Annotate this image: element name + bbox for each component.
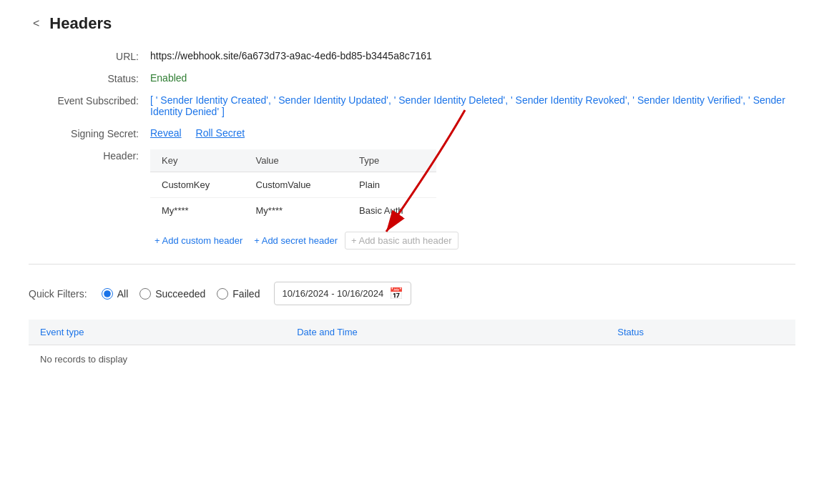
signing-links: Reveal Roll Secret <box>150 127 245 139</box>
status-label: Status: <box>36 72 150 84</box>
header-table-header-row: Key Value Type <box>150 149 436 172</box>
filter-succeeded[interactable]: Succeeded <box>139 288 205 300</box>
signing-label: Signing Secret: <box>36 127 150 139</box>
header-table: Key Value Type CustomKeyCustomValuePlain… <box>150 149 436 223</box>
status-row: Status: Enabled <box>36 72 795 84</box>
add-basic-auth-header-link: + Add basic auth header <box>345 232 458 249</box>
url-label: URL: <box>36 50 150 62</box>
results-header-row: Event type Date and Time Status <box>29 320 795 345</box>
events-label: Event Subscribed: <box>36 94 150 107</box>
header-row: Header: Key Value Type CustomKeyCustomVa… <box>36 149 795 249</box>
add-custom-header-link[interactable]: + Add custom header <box>150 232 247 249</box>
status-value: Enabled <box>150 72 795 84</box>
col-key: Key <box>150 149 245 172</box>
filters-section: Quick Filters: All Succeeded Failed 10/1… <box>29 279 795 305</box>
no-records-row: No records to display <box>29 345 795 374</box>
radio-group: All Succeeded Failed <box>102 288 260 300</box>
header-table-row: My****My****Basic Auth <box>150 198 436 224</box>
reveal-link[interactable]: Reveal <box>150 127 182 139</box>
filter-all-label: All <box>117 288 129 300</box>
roll-secret-link[interactable]: Roll Secret <box>196 127 245 139</box>
signing-row: Signing Secret: Reveal Roll Secret <box>36 127 795 139</box>
header-content: Key Value Type CustomKeyCustomValuePlain… <box>150 149 458 249</box>
no-records-cell: No records to display <box>29 345 795 374</box>
add-secret-header-link[interactable]: + Add secret header <box>250 232 342 249</box>
header-cell-type: Plain <box>348 172 436 198</box>
header-label: Header: <box>36 149 150 162</box>
results-col-status: Status <box>606 320 795 345</box>
results-col-date-time: Date and Time <box>285 320 606 345</box>
results-col-event-type: Event type <box>29 320 285 345</box>
calendar-icon: 📅 <box>389 287 403 300</box>
date-range-value: 10/16/2024 - 10/16/2024 <box>282 288 383 299</box>
header-cell-type: Basic Auth <box>348 198 436 224</box>
url-row: URL: https://webhook.site/6a673d73-a9ac-… <box>36 50 795 62</box>
filter-succeeded-label: Succeeded <box>155 288 205 300</box>
info-section: URL: https://webhook.site/6a673d73-a9ac-… <box>36 50 795 249</box>
filter-failed[interactable]: Failed <box>217 288 260 300</box>
filter-all[interactable]: All <box>102 288 129 300</box>
header-cell-key: My**** <box>150 198 245 224</box>
page-header: < Headers <box>29 14 795 33</box>
results-table: Event type Date and Time Status No recor… <box>29 320 795 373</box>
add-links-row: + Add custom header + Add secret header … <box>150 232 458 249</box>
header-cell-key: CustomKey <box>150 172 245 198</box>
page-title: Headers <box>49 14 112 33</box>
filter-all-radio[interactable] <box>102 288 113 300</box>
events-row: Event Subscribed: [ ' Sender Identity Cr… <box>36 94 795 117</box>
date-filter[interactable]: 10/16/2024 - 10/16/2024 📅 <box>274 282 411 305</box>
add-links-container: + Add custom header + Add secret header … <box>150 232 458 249</box>
col-type: Type <box>348 149 436 172</box>
back-button[interactable]: < <box>29 16 44 31</box>
col-value: Value <box>245 149 348 172</box>
url-value: https://webhook.site/6a673d73-a9ac-4ed6-… <box>150 50 795 61</box>
header-table-row: CustomKeyCustomValuePlain <box>150 172 436 198</box>
header-cell-value: CustomValue <box>245 172 348 198</box>
events-value: [ ' Sender Identity Created', ' Sender I… <box>150 94 795 117</box>
filter-succeeded-radio[interactable] <box>139 288 151 300</box>
filters-label: Quick Filters: <box>29 288 87 300</box>
filter-failed-label: Failed <box>232 288 260 300</box>
header-cell-value: My**** <box>245 198 348 224</box>
section-divider <box>29 264 795 265</box>
filter-failed-radio[interactable] <box>217 288 228 300</box>
